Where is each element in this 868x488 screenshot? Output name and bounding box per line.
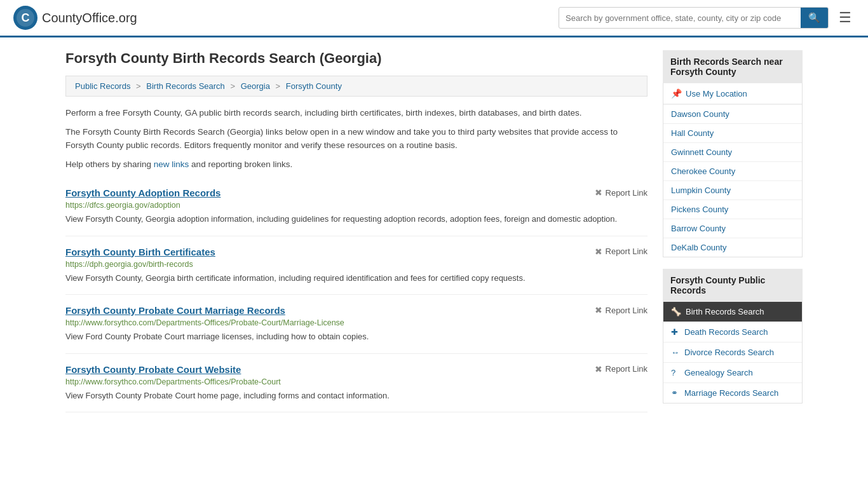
record-entry-3: Forsyth County Probate Court Website ✖ R… <box>65 354 648 413</box>
report-link-3[interactable]: ✖ Report Link <box>595 364 648 374</box>
header: C CountyOffice.org 🔍 ☰ <box>0 0 868 37</box>
record-url-2: http://www.forsythco.com/Departments-Off… <box>65 318 648 327</box>
sidebar: Birth Records Search near Forsyth County… <box>663 50 803 415</box>
header-right: 🔍 ☰ <box>559 7 855 29</box>
nearby-county-7: DeKalb County <box>663 238 802 257</box>
use-location-item[interactable]: 📌 Use My Location <box>663 83 802 105</box>
report-icon-1: ✖ <box>595 247 602 257</box>
content-area: Forsyth County Birth Records Search (Geo… <box>65 50 648 415</box>
pub-record-icon-4: ⚭ <box>671 388 680 398</box>
record-desc-2: View Ford County Probate Court marriage … <box>65 330 648 343</box>
breadcrumb-sep-2: > <box>230 81 235 91</box>
logo-icon: C <box>13 5 38 30</box>
intro-p3: Help others by sharing new links and rep… <box>65 158 648 171</box>
records-container: Forsyth County Adoption Records ✖ Report… <box>65 177 648 412</box>
search-button[interactable]: 🔍 <box>801 8 828 28</box>
breadcrumb-sep-3: > <box>276 81 281 91</box>
breadcrumb: Public Records > Birth Records Search > … <box>65 76 648 97</box>
breadcrumb-birth-records-search[interactable]: Birth Records Search <box>146 81 225 91</box>
intro-p3-after: and reporting broken links. <box>189 159 292 169</box>
nearby-title: Birth Records Search near Forsyth County <box>663 50 803 83</box>
pub-record-label-4: Marriage Records Search <box>684 388 778 398</box>
record-entry-1: Forsyth County Birth Certificates ✖ Repo… <box>65 236 648 295</box>
pub-record-item-0: 🦴 Birth Records Search <box>663 302 802 322</box>
nearby-county-3: Cherokee County <box>663 162 802 181</box>
logo-area: C CountyOffice.org <box>13 5 137 30</box>
pub-record-label-1: Death Records Search <box>684 327 768 337</box>
pub-record-link-2[interactable]: ↔ Divorce Records Search <box>663 342 802 362</box>
record-title-2[interactable]: Forsyth County Probate Court Marriage Re… <box>65 305 285 316</box>
search-input[interactable] <box>559 10 801 27</box>
breadcrumb-public-records[interactable]: Public Records <box>75 81 130 91</box>
logo-name: CountyOffice <box>42 11 115 25</box>
pub-record-item-4: ⚭ Marriage Records Search <box>663 383 802 403</box>
report-icon-2: ✖ <box>595 305 602 315</box>
pub-record-item-1: ✚ Death Records Search <box>663 322 802 342</box>
breadcrumb-sep-1: > <box>136 81 141 91</box>
nearby-section: Birth Records Search near Forsyth County… <box>663 50 803 257</box>
svg-text:C: C <box>22 11 30 24</box>
pub-record-label-0: Birth Records Search <box>686 307 764 316</box>
public-records-list: 🦴 Birth Records Search ✚ Death Records S… <box>663 302 803 403</box>
nearby-county-4: Lumpkin County <box>663 181 802 200</box>
record-entry-0: Forsyth County Adoption Records ✖ Report… <box>65 177 648 236</box>
intro-p2: The Forsyth County Birth Records Search … <box>65 126 648 152</box>
record-desc-3: View Forsyth County Probate Court home p… <box>65 390 648 402</box>
pub-record-icon-1: ✚ <box>671 327 680 337</box>
nearby-county-6: Barrow County <box>663 219 802 238</box>
pub-record-item-2: ↔ Divorce Records Search <box>663 342 802 363</box>
nearby-county-0: Dawson County <box>663 105 802 124</box>
intro-p1: Perform a free Forsyth County, GA public… <box>65 107 648 119</box>
pub-record-icon-0: 🦴 <box>671 307 681 316</box>
pub-record-item-3: ? Genealogy Search <box>663 363 802 383</box>
new-links-link[interactable]: new links <box>154 159 189 169</box>
record-header-3: Forsyth County Probate Court Website ✖ R… <box>65 364 648 375</box>
pub-record-label-2: Divorce Records Search <box>684 348 774 357</box>
nearby-county-5: Pickens County <box>663 200 802 219</box>
logo-suffix: .org <box>115 11 137 25</box>
record-entry-2: Forsyth County Probate Court Marriage Re… <box>65 295 648 354</box>
record-desc-0: View Forsyth County, Georgia adoption in… <box>65 213 648 226</box>
record-title-3[interactable]: Forsyth County Probate Court Website <box>65 364 241 375</box>
use-location-btn[interactable]: 📌 Use My Location <box>663 83 802 104</box>
logo-text: CountyOffice.org <box>42 11 137 25</box>
public-records-title: Forsyth County Public Records <box>663 269 803 302</box>
record-title-0[interactable]: Forsyth County Adoption Records <box>65 187 220 198</box>
location-icon: 📌 <box>671 88 682 98</box>
hamburger-button[interactable]: ☰ <box>835 7 855 29</box>
record-url-3: http://www.forsythco.com/Departments-Off… <box>65 377 648 386</box>
pub-record-icon-3: ? <box>671 368 680 377</box>
record-header-0: Forsyth County Adoption Records ✖ Report… <box>65 187 648 198</box>
report-icon-3: ✖ <box>595 364 602 374</box>
search-bar: 🔍 <box>559 7 829 29</box>
pub-record-link-4[interactable]: ⚭ Marriage Records Search <box>663 383 802 403</box>
public-records-section: Forsyth County Public Records 🦴 Birth Re… <box>663 269 803 403</box>
report-link-0[interactable]: ✖ Report Link <box>595 187 648 198</box>
intro-p3-before: Help others by sharing <box>65 159 154 169</box>
record-title-1[interactable]: Forsyth County Birth Certificates <box>65 247 215 257</box>
report-link-2[interactable]: ✖ Report Link <box>595 305 648 315</box>
pub-record-label-3: Genealogy Search <box>684 368 753 377</box>
nearby-county-1: Hall County <box>663 124 802 143</box>
use-location-label: Use My Location <box>686 89 747 98</box>
record-desc-1: View Forsyth County, Georgia birth certi… <box>65 272 648 285</box>
nearby-list: 📌 Use My Location Dawson County Hall Cou… <box>663 83 803 257</box>
report-icon-0: ✖ <box>595 187 602 198</box>
pub-record-link-1[interactable]: ✚ Death Records Search <box>663 322 802 342</box>
record-header-2: Forsyth County Probate Court Marriage Re… <box>65 305 648 316</box>
breadcrumb-forsyth-county[interactable]: Forsyth County <box>286 81 342 91</box>
main-container: Forsyth County Birth Records Search (Geo… <box>53 37 815 428</box>
record-url-0: https://dfcs.georgia.gov/adoption <box>65 201 648 210</box>
pub-record-link-0[interactable]: 🦴 Birth Records Search <box>663 302 802 322</box>
pub-record-icon-2: ↔ <box>671 348 680 357</box>
page-title: Forsyth County Birth Records Search (Geo… <box>65 50 648 67</box>
nearby-county-2: Gwinnett County <box>663 143 802 162</box>
breadcrumb-georgia[interactable]: Georgia <box>241 81 270 91</box>
report-link-1[interactable]: ✖ Report Link <box>595 247 648 257</box>
record-url-1: https://dph.georgia.gov/birth-records <box>65 260 648 269</box>
record-header-1: Forsyth County Birth Certificates ✖ Repo… <box>65 247 648 257</box>
pub-record-link-3[interactable]: ? Genealogy Search <box>663 363 802 383</box>
